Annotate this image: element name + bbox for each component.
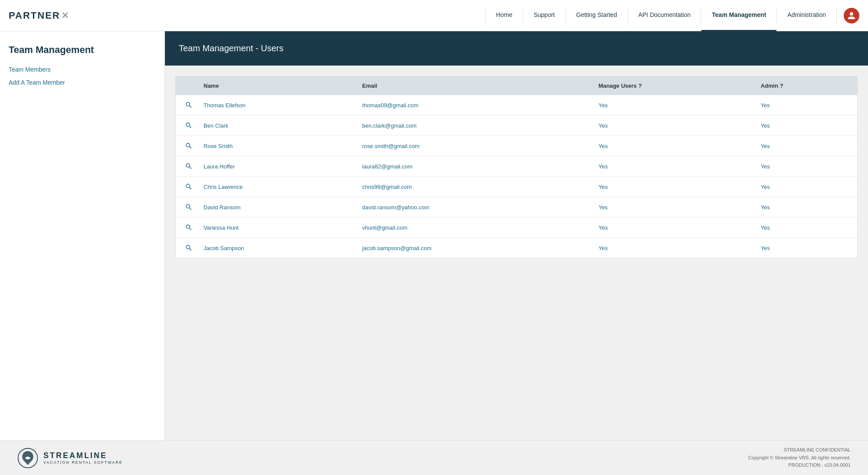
search-icon[interactable] (183, 142, 195, 150)
row-manage-users: Yes (592, 156, 754, 177)
logo-text: PARTNER (9, 10, 60, 21)
row-name: Vanessa Hunt (197, 218, 355, 238)
footer-logo: STREAMLINE VACATION RENTAL SOFTWARE (17, 448, 123, 468)
search-icon[interactable] (183, 101, 195, 109)
row-name: David Ransom (197, 197, 355, 218)
row-email: ben.clark@gmail.com (355, 115, 592, 136)
row-icon-cell[interactable] (176, 156, 197, 177)
table-row: Thomas Ellefsonthomas09@gmail.comYesYes (176, 95, 857, 115)
table-row: Vanessa Huntvhunt@gmail.comYesYes (176, 218, 857, 238)
col-admin: Admin ? (754, 76, 857, 95)
search-icon[interactable] (183, 203, 195, 211)
row-admin: Yes (754, 136, 857, 156)
table-row: Chris Lawrencechris99@gmail.comYesYes (176, 177, 857, 197)
main-layout: Team Management Team Members Add A Team … (0, 31, 868, 440)
row-icon-cell[interactable] (176, 115, 197, 136)
row-email: jacob.sampson@gmail.com (355, 238, 592, 258)
row-manage-users: Yes (592, 177, 754, 197)
row-icon-cell[interactable] (176, 197, 197, 218)
row-name: Thomas Ellefson (197, 95, 355, 115)
nav: Home Support Getting Started API Documen… (485, 0, 837, 31)
row-admin: Yes (754, 197, 857, 218)
sidebar-link-add-member[interactable]: Add A Team Member (9, 79, 156, 86)
table-row: David Ransomdavid.ransom@yahoo.comYesYes (176, 197, 857, 218)
table-header-row: Name Email Manage Users ? Admin ? (176, 76, 857, 95)
header: PARTNER ✕ Home Support Getting Started A… (0, 0, 868, 31)
row-email: david.ransom@yahoo.com (355, 197, 592, 218)
row-manage-users: Yes (592, 95, 754, 115)
row-manage-users: Yes (592, 218, 754, 238)
col-manage-users: Manage Users ? (592, 76, 754, 95)
sidebar: Team Management Team Members Add A Team … (0, 31, 165, 440)
users-table: Name Email Manage Users ? Admin ? Thomas… (176, 76, 857, 258)
nav-item-home[interactable]: Home (486, 0, 523, 31)
search-icon[interactable] (183, 162, 195, 170)
search-icon[interactable] (183, 224, 195, 231)
row-manage-users: Yes (592, 115, 754, 136)
row-name: Laura Hoffer (197, 156, 355, 177)
col-name: Name (197, 76, 355, 95)
footer-version: PRODUCTION : v23.04.0001 (748, 462, 851, 469)
row-admin: Yes (754, 238, 857, 258)
footer-confidential: STREAMLINE CONFIDENTIAL (748, 446, 851, 454)
row-email: vhunt@gmail.com (355, 218, 592, 238)
row-name: Rose Smith (197, 136, 355, 156)
nav-item-administration[interactable]: Administration (777, 0, 836, 31)
table-row: Jacob Sampsonjacob.sampson@gmail.comYesY… (176, 238, 857, 258)
row-manage-users: Yes (592, 238, 754, 258)
table-row: Laura Hofferlaura82@gmail.comYesYes (176, 156, 857, 177)
footer-copyright-text: Copyright © Streamline VRS. All rights r… (748, 454, 851, 462)
table-container: Name Email Manage Users ? Admin ? Thomas… (175, 76, 858, 258)
row-email: thomas09@gmail.com (355, 95, 592, 115)
row-icon-cell[interactable] (176, 95, 197, 115)
footer: STREAMLINE VACATION RENTAL SOFTWARE STRE… (0, 440, 868, 475)
sidebar-title: Team Management (9, 44, 156, 56)
footer-copyright: STREAMLINE CONFIDENTIAL Copyright © Stre… (748, 446, 851, 469)
row-name: Jacob Sampson (197, 238, 355, 258)
row-admin: Yes (754, 218, 857, 238)
row-icon-cell[interactable] (176, 238, 197, 258)
page-title: Team Management - Users (179, 43, 854, 53)
footer-brand-name: STREAMLINE (43, 451, 123, 460)
row-admin: Yes (754, 156, 857, 177)
search-icon[interactable] (183, 122, 195, 129)
search-icon[interactable] (183, 183, 195, 191)
page-header: Team Management - Users (165, 31, 868, 66)
row-admin: Yes (754, 115, 857, 136)
col-icon (176, 76, 197, 95)
row-icon-cell[interactable] (176, 136, 197, 156)
row-admin: Yes (754, 177, 857, 197)
row-icon-cell[interactable] (176, 218, 197, 238)
footer-brand-text: STREAMLINE VACATION RENTAL SOFTWARE (43, 451, 123, 465)
row-name: Ben Clark (197, 115, 355, 136)
row-email: chris99@gmail.com (355, 177, 592, 197)
col-email: Email (355, 76, 592, 95)
row-name: Chris Lawrence (197, 177, 355, 197)
row-manage-users: Yes (592, 197, 754, 218)
row-email: laura82@gmail.com (355, 156, 592, 177)
logo-x-icon: ✕ (61, 10, 69, 21)
logo: PARTNER ✕ (9, 10, 69, 21)
nav-item-getting-started[interactable]: Getting Started (566, 0, 628, 31)
user-icon (847, 11, 856, 20)
row-manage-users: Yes (592, 136, 754, 156)
nav-item-support[interactable]: Support (523, 0, 565, 31)
nav-divider (836, 7, 837, 24)
user-avatar[interactable] (844, 8, 859, 23)
nav-item-team-management[interactable]: Team Management (701, 0, 776, 31)
footer-sub-text: VACATION RENTAL SOFTWARE (43, 460, 123, 465)
streamline-logo-icon (17, 448, 38, 468)
row-email: rose.smith@gmail.com (355, 136, 592, 156)
table-row: Rose Smithrose.smith@gmail.comYesYes (176, 136, 857, 156)
row-icon-cell[interactable] (176, 177, 197, 197)
table-row: Ben Clarkben.clark@gmail.comYesYes (176, 115, 857, 136)
main-content: Team Management - Users Name Email Manag… (165, 31, 868, 440)
nav-item-api-docs[interactable]: API Documentation (628, 0, 701, 31)
sidebar-link-team-members[interactable]: Team Members (9, 66, 156, 73)
search-icon[interactable] (183, 244, 195, 252)
row-admin: Yes (754, 95, 857, 115)
